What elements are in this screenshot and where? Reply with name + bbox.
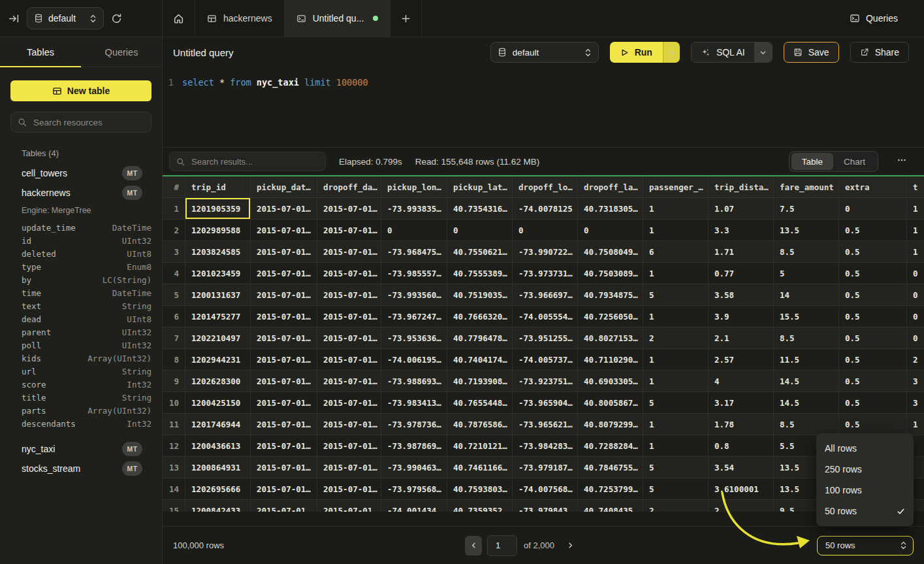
table-cell[interactable]: 0 — [907, 284, 924, 306]
table-cell[interactable]: -73.987869… — [381, 435, 447, 457]
table-cell[interactable]: 1 — [907, 198, 924, 220]
table-cell[interactable]: 40.7519035… — [447, 284, 513, 306]
refresh-icon[interactable] — [111, 13, 122, 24]
table-cell[interactable]: 40.7934875… — [578, 284, 643, 306]
run-button[interactable]: Run — [610, 42, 680, 63]
table-cell[interactable]: 0 — [578, 220, 643, 241]
column-header[interactable]: dropoff_lo… — [513, 176, 578, 198]
prev-page-button[interactable] — [465, 536, 482, 556]
table-cell[interactable]: 2015-07-01… — [251, 241, 317, 263]
page-size-select[interactable]: 50 rows — [817, 536, 914, 556]
table-cell[interactable]: 5 — [774, 263, 839, 284]
table-cell[interactable]: 13.5 — [774, 220, 839, 241]
table-cell[interactable]: 8.5 — [774, 241, 839, 263]
table-cell[interactable]: 40.8079299… — [578, 414, 643, 435]
table-cell[interactable]: 0 — [513, 220, 578, 241]
table-cell[interactable]: 0.77 — [709, 263, 774, 284]
table-cell[interactable]: 2015-07-01… — [251, 478, 317, 500]
table-cell[interactable]: 40.7408435 — [578, 500, 643, 512]
table-cell[interactable]: 2015-07-01… — [317, 327, 381, 349]
new-tab-button[interactable] — [390, 0, 422, 37]
table-cell[interactable]: 5 — [643, 284, 709, 306]
table-cell[interactable]: 15.5 — [774, 306, 839, 327]
table-cell[interactable]: 1202210497 — [185, 327, 251, 349]
page-size-option[interactable]: 250 rows — [816, 459, 914, 480]
table-cell[interactable]: -73.978736… — [381, 414, 447, 435]
table-cell[interactable]: 1 — [643, 349, 709, 371]
table-cell[interactable]: -74.006195… — [381, 349, 447, 371]
table-cell[interactable]: 40.7461166… — [447, 457, 513, 478]
table-cell[interactable]: 1 — [643, 198, 709, 220]
table-cell[interactable]: 1 — [643, 435, 709, 457]
table-cell[interactable]: 2015-07-01… — [251, 284, 317, 306]
sql-ai-caret[interactable] — [754, 42, 772, 62]
table-cell[interactable]: -73.993560… — [381, 284, 447, 306]
results-search-input[interactable] — [190, 156, 319, 167]
table-cell[interactable]: -74.001434 — [381, 500, 447, 512]
table-cell[interactable]: 0.5 — [839, 241, 907, 263]
table-cell[interactable]: 2015-07-01… — [251, 392, 317, 414]
table-cell[interactable]: 4 — [709, 371, 774, 392]
column-header[interactable]: pickup_dat… — [251, 176, 317, 198]
table-cell[interactable]: -73.993835… — [381, 198, 447, 220]
table-cell[interactable]: 11.5 — [774, 349, 839, 371]
table-cell[interactable]: 0 — [381, 220, 447, 241]
table-cell[interactable]: 5 — [643, 392, 709, 414]
table-cell[interactable]: 40.7593803… — [447, 478, 513, 500]
table-cell[interactable]: -73.985557… — [381, 263, 447, 284]
sql-editor[interactable]: 1 select * from nyc_taxi limit 100000 — [163, 67, 924, 147]
tab-untitled-query[interactable]: Untitled qu... — [285, 0, 391, 37]
table-cell[interactable]: 3.9 — [709, 306, 774, 327]
table-cell[interactable]: -73.983413… — [381, 392, 447, 414]
table-cell[interactable]: 2015-07-01… — [317, 457, 381, 478]
table-cell[interactable]: 2015-07-01… — [251, 306, 317, 327]
column-header[interactable]: dropoff_da… — [317, 176, 381, 198]
more-options-button[interactable] — [893, 152, 911, 171]
table-cell[interactable]: -73.953636… — [381, 327, 447, 349]
table-cell[interactable]: 2015-07-01… — [251, 457, 317, 478]
column-header[interactable]: t — [907, 176, 924, 198]
table-cell[interactable]: 14.5 — [774, 392, 839, 414]
table-cell[interactable]: 40.7288284… — [578, 435, 643, 457]
table-cell[interactable]: 6 — [643, 241, 709, 263]
table-cell[interactable]: 1202989588 — [185, 220, 251, 241]
table-cell[interactable]: 1 — [643, 263, 709, 284]
sidebar-tab-queries[interactable]: Queries — [81, 37, 162, 67]
table-cell[interactable]: 40.7318305… — [578, 198, 643, 220]
table-cell[interactable]: 1201475277 — [185, 306, 251, 327]
save-button[interactable]: Save — [784, 42, 839, 63]
table-cell[interactable]: 40.7846755… — [578, 457, 643, 478]
database-selector[interactable]: default — [27, 7, 104, 29]
table-cell[interactable]: -73.979187… — [513, 457, 578, 478]
table-cell[interactable]: 8.5 — [774, 414, 839, 435]
page-size-option[interactable]: 100 rows — [816, 480, 914, 501]
next-page-button[interactable] — [563, 541, 578, 550]
table-cell[interactable]: 40.7876586… — [447, 414, 513, 435]
table-cell[interactable]: -73.990722… — [513, 241, 578, 263]
table-cell[interactable]: 40.7404174… — [447, 349, 513, 371]
page-size-option[interactable]: 50 rows — [816, 501, 914, 522]
table-cell[interactable]: 1201023459 — [185, 263, 251, 284]
table-cell[interactable]: 40.7550621… — [447, 241, 513, 263]
table-cell[interactable]: 40.7193908… — [447, 371, 513, 392]
table-cell[interactable]: 14.5 — [774, 371, 839, 392]
table-cell[interactable]: 1202695666 — [185, 478, 251, 500]
view-toggle-chart[interactable]: Chart — [833, 153, 876, 170]
table-cell[interactable]: -74.007568… — [513, 478, 578, 500]
table-cell[interactable]: 2015-07-01… — [251, 414, 317, 435]
page-size-option[interactable]: All rows — [816, 438, 914, 459]
table-cell[interactable]: 0.5 — [839, 371, 907, 392]
table-cell[interactable]: 1.78 — [709, 414, 774, 435]
table-cell[interactable]: 40.7666320… — [447, 306, 513, 327]
table-cell[interactable]: 1 — [643, 414, 709, 435]
table-cell[interactable]: 40.8027153… — [578, 327, 643, 349]
table-cell[interactable]: -73.984283… — [513, 435, 578, 457]
table-cell[interactable]: 0.5 — [839, 327, 907, 349]
table-cell[interactable]: 5 — [643, 457, 709, 478]
column-header[interactable]: extra — [839, 176, 907, 198]
table-cell[interactable]: 14 — [774, 284, 839, 306]
table-cell[interactable]: 2015-07-01… — [317, 220, 381, 241]
table-cell[interactable]: 1 — [643, 306, 709, 327]
table-cell[interactable]: 2015-07-01… — [317, 349, 381, 371]
table-cell[interactable]: 40.7354316… — [447, 198, 513, 220]
